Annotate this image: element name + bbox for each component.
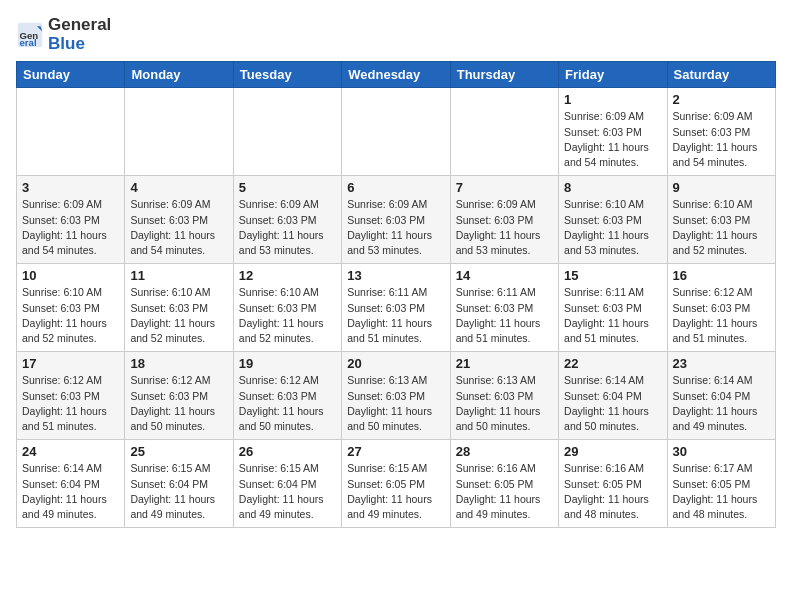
day-info: Sunrise: 6:09 AM Sunset: 6:03 PM Dayligh…: [456, 197, 553, 258]
day-info: Sunrise: 6:09 AM Sunset: 6:03 PM Dayligh…: [347, 197, 444, 258]
calendar-cell: 25Sunrise: 6:15 AM Sunset: 6:04 PM Dayli…: [125, 440, 233, 528]
day-number: 2: [673, 92, 770, 107]
calendar-cell: 14Sunrise: 6:11 AM Sunset: 6:03 PM Dayli…: [450, 264, 558, 352]
calendar-cell: 30Sunrise: 6:17 AM Sunset: 6:05 PM Dayli…: [667, 440, 775, 528]
day-info: Sunrise: 6:10 AM Sunset: 6:03 PM Dayligh…: [22, 285, 119, 346]
day-info: Sunrise: 6:11 AM Sunset: 6:03 PM Dayligh…: [456, 285, 553, 346]
calendar-cell: 20Sunrise: 6:13 AM Sunset: 6:03 PM Dayli…: [342, 352, 450, 440]
day-info: Sunrise: 6:09 AM Sunset: 6:03 PM Dayligh…: [239, 197, 336, 258]
column-header-monday: Monday: [125, 62, 233, 88]
calendar-cell: [450, 88, 558, 176]
day-number: 28: [456, 444, 553, 459]
day-number: 6: [347, 180, 444, 195]
day-info: Sunrise: 6:12 AM Sunset: 6:03 PM Dayligh…: [22, 373, 119, 434]
calendar-cell: [342, 88, 450, 176]
day-info: Sunrise: 6:09 AM Sunset: 6:03 PM Dayligh…: [130, 197, 227, 258]
day-number: 22: [564, 356, 661, 371]
day-number: 7: [456, 180, 553, 195]
calendar-cell: 18Sunrise: 6:12 AM Sunset: 6:03 PM Dayli…: [125, 352, 233, 440]
day-info: Sunrise: 6:14 AM Sunset: 6:04 PM Dayligh…: [564, 373, 661, 434]
calendar-cell: 5Sunrise: 6:09 AM Sunset: 6:03 PM Daylig…: [233, 176, 341, 264]
calendar-cell: 22Sunrise: 6:14 AM Sunset: 6:04 PM Dayli…: [559, 352, 667, 440]
calendar-cell: [17, 88, 125, 176]
logo-general-text: General: [48, 15, 111, 34]
day-info: Sunrise: 6:09 AM Sunset: 6:03 PM Dayligh…: [564, 109, 661, 170]
day-number: 9: [673, 180, 770, 195]
day-number: 26: [239, 444, 336, 459]
day-info: Sunrise: 6:16 AM Sunset: 6:05 PM Dayligh…: [456, 461, 553, 522]
day-info: Sunrise: 6:11 AM Sunset: 6:03 PM Dayligh…: [564, 285, 661, 346]
calendar-cell: 4Sunrise: 6:09 AM Sunset: 6:03 PM Daylig…: [125, 176, 233, 264]
calendar-cell: 21Sunrise: 6:13 AM Sunset: 6:03 PM Dayli…: [450, 352, 558, 440]
day-number: 14: [456, 268, 553, 283]
day-number: 15: [564, 268, 661, 283]
calendar-cell: 19Sunrise: 6:12 AM Sunset: 6:03 PM Dayli…: [233, 352, 341, 440]
day-number: 21: [456, 356, 553, 371]
day-info: Sunrise: 6:14 AM Sunset: 6:04 PM Dayligh…: [22, 461, 119, 522]
day-info: Sunrise: 6:15 AM Sunset: 6:04 PM Dayligh…: [130, 461, 227, 522]
day-number: 8: [564, 180, 661, 195]
day-number: 29: [564, 444, 661, 459]
calendar-cell: [125, 88, 233, 176]
day-info: Sunrise: 6:13 AM Sunset: 6:03 PM Dayligh…: [456, 373, 553, 434]
day-info: Sunrise: 6:15 AM Sunset: 6:04 PM Dayligh…: [239, 461, 336, 522]
day-info: Sunrise: 6:11 AM Sunset: 6:03 PM Dayligh…: [347, 285, 444, 346]
day-number: 11: [130, 268, 227, 283]
calendar-cell: 15Sunrise: 6:11 AM Sunset: 6:03 PM Dayli…: [559, 264, 667, 352]
day-info: Sunrise: 6:10 AM Sunset: 6:03 PM Dayligh…: [130, 285, 227, 346]
day-info: Sunrise: 6:12 AM Sunset: 6:03 PM Dayligh…: [673, 285, 770, 346]
day-number: 13: [347, 268, 444, 283]
calendar-cell: 13Sunrise: 6:11 AM Sunset: 6:03 PM Dayli…: [342, 264, 450, 352]
day-info: Sunrise: 6:16 AM Sunset: 6:05 PM Dayligh…: [564, 461, 661, 522]
calendar-cell: 23Sunrise: 6:14 AM Sunset: 6:04 PM Dayli…: [667, 352, 775, 440]
day-info: Sunrise: 6:17 AM Sunset: 6:05 PM Dayligh…: [673, 461, 770, 522]
column-header-friday: Friday: [559, 62, 667, 88]
calendar-cell: 29Sunrise: 6:16 AM Sunset: 6:05 PM Dayli…: [559, 440, 667, 528]
calendar-cell: 26Sunrise: 6:15 AM Sunset: 6:04 PM Dayli…: [233, 440, 341, 528]
day-number: 20: [347, 356, 444, 371]
day-info: Sunrise: 6:15 AM Sunset: 6:05 PM Dayligh…: [347, 461, 444, 522]
column-header-sunday: Sunday: [17, 62, 125, 88]
calendar-cell: 9Sunrise: 6:10 AM Sunset: 6:03 PM Daylig…: [667, 176, 775, 264]
calendar-week-row: 10Sunrise: 6:10 AM Sunset: 6:03 PM Dayli…: [17, 264, 776, 352]
calendar-week-row: 3Sunrise: 6:09 AM Sunset: 6:03 PM Daylig…: [17, 176, 776, 264]
day-number: 23: [673, 356, 770, 371]
day-info: Sunrise: 6:10 AM Sunset: 6:03 PM Dayligh…: [564, 197, 661, 258]
column-header-wednesday: Wednesday: [342, 62, 450, 88]
day-info: Sunrise: 6:10 AM Sunset: 6:03 PM Dayligh…: [673, 197, 770, 258]
logo-text: General Blue: [48, 16, 111, 53]
calendar-cell: 2Sunrise: 6:09 AM Sunset: 6:03 PM Daylig…: [667, 88, 775, 176]
calendar-cell: 12Sunrise: 6:10 AM Sunset: 6:03 PM Dayli…: [233, 264, 341, 352]
logo-blue-text: Blue: [48, 35, 111, 54]
column-header-tuesday: Tuesday: [233, 62, 341, 88]
logo: Gen eral General Blue: [16, 16, 111, 53]
day-number: 3: [22, 180, 119, 195]
day-info: Sunrise: 6:09 AM Sunset: 6:03 PM Dayligh…: [22, 197, 119, 258]
svg-text:eral: eral: [20, 37, 37, 48]
day-info: Sunrise: 6:12 AM Sunset: 6:03 PM Dayligh…: [239, 373, 336, 434]
calendar-header-row: SundayMondayTuesdayWednesdayThursdayFrid…: [17, 62, 776, 88]
page-header: Gen eral General Blue: [16, 16, 776, 53]
day-number: 19: [239, 356, 336, 371]
column-header-saturday: Saturday: [667, 62, 775, 88]
day-info: Sunrise: 6:14 AM Sunset: 6:04 PM Dayligh…: [673, 373, 770, 434]
day-info: Sunrise: 6:09 AM Sunset: 6:03 PM Dayligh…: [673, 109, 770, 170]
day-info: Sunrise: 6:13 AM Sunset: 6:03 PM Dayligh…: [347, 373, 444, 434]
calendar-week-row: 17Sunrise: 6:12 AM Sunset: 6:03 PM Dayli…: [17, 352, 776, 440]
calendar-week-row: 1Sunrise: 6:09 AM Sunset: 6:03 PM Daylig…: [17, 88, 776, 176]
day-number: 18: [130, 356, 227, 371]
calendar-cell: 8Sunrise: 6:10 AM Sunset: 6:03 PM Daylig…: [559, 176, 667, 264]
calendar-cell: 27Sunrise: 6:15 AM Sunset: 6:05 PM Dayli…: [342, 440, 450, 528]
calendar-cell: 1Sunrise: 6:09 AM Sunset: 6:03 PM Daylig…: [559, 88, 667, 176]
calendar-cell: [233, 88, 341, 176]
column-header-thursday: Thursday: [450, 62, 558, 88]
logo-icon: Gen eral: [16, 21, 44, 49]
calendar-cell: 16Sunrise: 6:12 AM Sunset: 6:03 PM Dayli…: [667, 264, 775, 352]
day-number: 27: [347, 444, 444, 459]
calendar-cell: 3Sunrise: 6:09 AM Sunset: 6:03 PM Daylig…: [17, 176, 125, 264]
day-info: Sunrise: 6:12 AM Sunset: 6:03 PM Dayligh…: [130, 373, 227, 434]
day-number: 16: [673, 268, 770, 283]
calendar-cell: 10Sunrise: 6:10 AM Sunset: 6:03 PM Dayli…: [17, 264, 125, 352]
calendar-cell: 11Sunrise: 6:10 AM Sunset: 6:03 PM Dayli…: [125, 264, 233, 352]
calendar-week-row: 24Sunrise: 6:14 AM Sunset: 6:04 PM Dayli…: [17, 440, 776, 528]
